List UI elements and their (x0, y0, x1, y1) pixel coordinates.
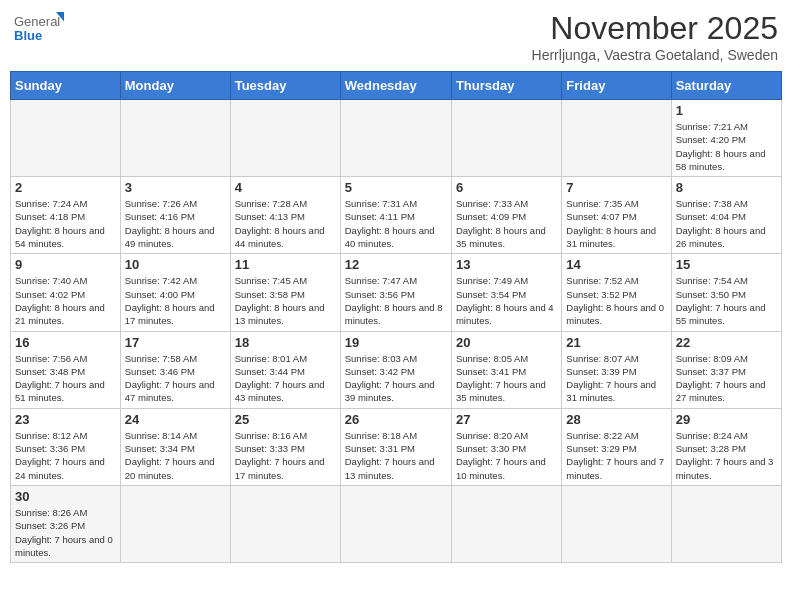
header: General Blue November 2025 Herrljunga, V… (10, 10, 782, 63)
day-23: 23 Sunrise: 8:12 AMSunset: 3:36 PMDaylig… (11, 408, 121, 485)
day-12: 12 Sunrise: 7:47 AMSunset: 3:56 PMDaylig… (340, 254, 451, 331)
empty-cell (451, 100, 561, 177)
day-24: 24 Sunrise: 8:14 AMSunset: 3:34 PMDaylig… (120, 408, 230, 485)
logo: General Blue (14, 10, 64, 50)
day-13: 13 Sunrise: 7:49 AMSunset: 3:54 PMDaylig… (451, 254, 561, 331)
empty-cell (340, 485, 451, 562)
day-21: 21 Sunrise: 8:07 AMSunset: 3:39 PMDaylig… (562, 331, 671, 408)
title-area: November 2025 Herrljunga, Vaestra Goetal… (532, 10, 778, 63)
header-saturday: Saturday (671, 72, 781, 100)
empty-cell (562, 100, 671, 177)
sunrise-label-1: Sunrise: (676, 121, 714, 132)
day-6: 6 Sunrise: 7:33 AMSunset: 4:09 PMDayligh… (451, 177, 561, 254)
header-thursday: Thursday (451, 72, 561, 100)
empty-cell (451, 485, 561, 562)
header-sunday: Sunday (11, 72, 121, 100)
day-8: 8 Sunrise: 7:38 AMSunset: 4:04 PMDayligh… (671, 177, 781, 254)
empty-cell (230, 485, 340, 562)
week-row-3: 9 Sunrise: 7:40 AMSunset: 4:02 PMDayligh… (11, 254, 782, 331)
day-30: 30 Sunrise: 8:26 AMSunset: 3:26 PMDaylig… (11, 485, 121, 562)
month-title: November 2025 (532, 10, 778, 47)
day-25: 25 Sunrise: 8:16 AMSunset: 3:33 PMDaylig… (230, 408, 340, 485)
empty-cell (230, 100, 340, 177)
sunset-label-1: Sunset: (676, 134, 711, 145)
empty-cell (120, 485, 230, 562)
week-row-1: 1 Sunrise: 7:21 AM Sunset: 4:20 PM Dayli… (11, 100, 782, 177)
week-row-6: 30 Sunrise: 8:26 AMSunset: 3:26 PMDaylig… (11, 485, 782, 562)
day-17: 17 Sunrise: 7:58 AMSunset: 3:46 PMDaylig… (120, 331, 230, 408)
day-11: 11 Sunrise: 7:45 AMSunset: 3:58 PMDaylig… (230, 254, 340, 331)
day-27: 27 Sunrise: 8:20 AMSunset: 3:30 PMDaylig… (451, 408, 561, 485)
week-row-2: 2 Sunrise: 7:24 AMSunset: 4:18 PMDayligh… (11, 177, 782, 254)
day-15: 15 Sunrise: 7:54 AMSunset: 3:50 PMDaylig… (671, 254, 781, 331)
day-4: 4 Sunrise: 7:28 AMSunset: 4:13 PMDayligh… (230, 177, 340, 254)
day-28: 28 Sunrise: 8:22 AMSunset: 3:29 PMDaylig… (562, 408, 671, 485)
day-14: 14 Sunrise: 7:52 AMSunset: 3:52 PMDaylig… (562, 254, 671, 331)
week-row-5: 23 Sunrise: 8:12 AMSunset: 3:36 PMDaylig… (11, 408, 782, 485)
header-wednesday: Wednesday (340, 72, 451, 100)
empty-cell (340, 100, 451, 177)
day-5: 5 Sunrise: 7:31 AMSunset: 4:11 PMDayligh… (340, 177, 451, 254)
empty-cell (671, 485, 781, 562)
day-18: 18 Sunrise: 8:01 AMSunset: 3:44 PMDaylig… (230, 331, 340, 408)
weekday-header-row: Sunday Monday Tuesday Wednesday Thursday… (11, 72, 782, 100)
sunrise-val-1: 7:21 AM (713, 121, 748, 132)
day-20: 20 Sunrise: 8:05 AMSunset: 3:41 PMDaylig… (451, 331, 561, 408)
header-friday: Friday (562, 72, 671, 100)
svg-text:Blue: Blue (14, 28, 42, 43)
week-row-4: 16 Sunrise: 7:56 AMSunset: 3:48 PMDaylig… (11, 331, 782, 408)
day-10: 10 Sunrise: 7:42 AMSunset: 4:00 PMDaylig… (120, 254, 230, 331)
empty-cell (11, 100, 121, 177)
day-19: 19 Sunrise: 8:03 AMSunset: 3:42 PMDaylig… (340, 331, 451, 408)
day-22: 22 Sunrise: 8:09 AMSunset: 3:37 PMDaylig… (671, 331, 781, 408)
location-subtitle: Herrljunga, Vaestra Goetaland, Sweden (532, 47, 778, 63)
day-3: 3 Sunrise: 7:26 AMSunset: 4:16 PMDayligh… (120, 177, 230, 254)
header-monday: Monday (120, 72, 230, 100)
sunset-val-1: 4:20 PM (711, 134, 746, 145)
calendar: Sunday Monday Tuesday Wednesday Thursday… (10, 71, 782, 563)
daylight-label-1: Daylight: (676, 148, 716, 159)
header-tuesday: Tuesday (230, 72, 340, 100)
svg-text:General: General (14, 14, 60, 29)
logo-svg: General Blue (14, 10, 64, 50)
day-2: 2 Sunrise: 7:24 AMSunset: 4:18 PMDayligh… (11, 177, 121, 254)
day-26: 26 Sunrise: 8:18 AMSunset: 3:31 PMDaylig… (340, 408, 451, 485)
empty-cell (120, 100, 230, 177)
day-1: 1 Sunrise: 7:21 AM Sunset: 4:20 PM Dayli… (671, 100, 781, 177)
day-16: 16 Sunrise: 7:56 AMSunset: 3:48 PMDaylig… (11, 331, 121, 408)
empty-cell (562, 485, 671, 562)
day-29: 29 Sunrise: 8:24 AMSunset: 3:28 PMDaylig… (671, 408, 781, 485)
day-7: 7 Sunrise: 7:35 AMSunset: 4:07 PMDayligh… (562, 177, 671, 254)
day-9: 9 Sunrise: 7:40 AMSunset: 4:02 PMDayligh… (11, 254, 121, 331)
